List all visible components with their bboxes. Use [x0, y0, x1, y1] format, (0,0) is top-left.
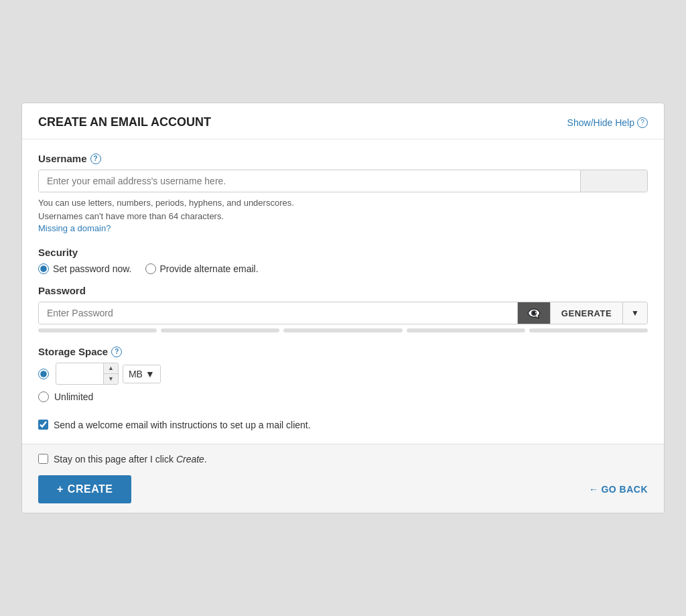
strength-bar-3 — [283, 328, 402, 332]
password-input[interactable] — [39, 302, 517, 324]
create-button-label: CREATE — [68, 483, 113, 495]
username-hint: You can use letters, numbers, periods, h… — [38, 196, 648, 223]
unlimited-label: Unlimited — [54, 391, 93, 402]
show-hide-help-link[interactable]: Show/Hide Help ? — [567, 117, 648, 128]
strength-bar-5 — [529, 328, 648, 332]
stay-on-page-checkbox[interactable] — [38, 454, 48, 464]
storage-unit-dropdown[interactable]: MB ▼ — [123, 365, 161, 383]
username-help-icon[interactable]: ? — [90, 153, 101, 164]
security-radio-group: Set password now. Provide alternate emai… — [38, 263, 648, 274]
domain-box — [580, 170, 647, 192]
storage-spinner: ▲ ▼ — [103, 363, 118, 384]
eye-slash-icon: 👁‍🗨 — [527, 307, 541, 320]
create-button[interactable]: + CREATE — [38, 475, 131, 503]
missing-domain-link[interactable]: Missing a domain? — [38, 223, 111, 233]
security-section: Security Set password now. Provide alter… — [38, 247, 648, 274]
alternate-email-option[interactable]: Provide alternate email. — [145, 263, 259, 274]
page-title: CREATE AN EMAIL ACCOUNT — [38, 115, 211, 129]
set-password-radio[interactable] — [38, 263, 49, 274]
storage-input-group: 250 ▲ ▼ MB ▼ — [56, 363, 161, 385]
plus-icon: + — [57, 483, 64, 495]
storage-increment-button[interactable]: ▲ — [104, 363, 118, 373]
footer-buttons: + CREATE ← GO BACK — [38, 475, 648, 503]
username-row — [38, 170, 648, 192]
storage-unlimited-radio[interactable] — [38, 391, 49, 402]
stay-on-page-label: Stay on this page after I click Create. — [54, 454, 207, 465]
storage-help-icon[interactable]: ? — [111, 347, 122, 357]
welcome-email-label: Send a welcome email with instructions t… — [54, 420, 311, 430]
storage-number-input-group: 250 ▲ ▼ — [56, 363, 119, 385]
mb-dropdown-chevron-icon: ▼ — [145, 369, 155, 379]
show-hide-help-label: Show/Hide Help — [567, 117, 634, 128]
username-input[interactable] — [39, 170, 580, 192]
strength-bar-2 — [161, 328, 279, 332]
password-row: 👁‍🗨 GENERATE ▼ — [38, 302, 648, 324]
stay-on-page-row: Stay on this page after I click Create. — [38, 454, 648, 465]
strength-bar-1 — [38, 328, 157, 332]
generate-dropdown-button[interactable]: ▼ — [622, 302, 647, 324]
toggle-password-button[interactable]: 👁‍🗨 — [517, 302, 550, 324]
storage-amount-input[interactable]: 250 — [56, 365, 103, 383]
alternate-email-radio[interactable] — [145, 263, 156, 274]
strength-bar-4 — [407, 328, 525, 332]
create-email-account-card: CREATE AN EMAIL ACCOUNT Show/Hide Help ?… — [21, 103, 665, 513]
generate-password-button[interactable]: GENERATE — [550, 302, 622, 324]
storage-custom-row: 250 ▲ ▼ MB ▼ — [38, 363, 648, 385]
storage-unlimited-row: Unlimited — [38, 391, 648, 402]
storage-label: Storage Space ? — [38, 346, 648, 357]
storage-decrement-button[interactable]: ▼ — [104, 373, 118, 384]
go-back-label: GO BACK — [601, 484, 648, 495]
storage-section: Storage Space ? 250 ▲ ▼ MB ▼ — [38, 346, 648, 402]
username-label: Username ? — [38, 153, 648, 164]
storage-custom-radio[interactable] — [38, 369, 49, 379]
card-body: Username ? You can use letters, numbers,… — [22, 139, 664, 444]
welcome-email-row: Send a welcome email with instructions t… — [38, 413, 648, 430]
arrow-left-icon: ← — [589, 484, 599, 495]
welcome-email-checkbox[interactable] — [38, 420, 48, 430]
card-footer: Stay on this page after I click Create. … — [22, 444, 664, 513]
username-section: Username ? You can use letters, numbers,… — [38, 153, 648, 233]
card-header: CREATE AN EMAIL ACCOUNT Show/Hide Help ? — [22, 103, 664, 139]
password-strength-bars — [38, 328, 648, 332]
go-back-button[interactable]: ← GO BACK — [589, 484, 648, 495]
password-label: Password — [38, 285, 648, 296]
set-password-option[interactable]: Set password now. — [38, 263, 132, 274]
security-label: Security — [38, 247, 648, 258]
password-section: Password 👁‍🗨 GENERATE ▼ — [38, 285, 648, 332]
help-circle-icon: ? — [637, 117, 648, 128]
